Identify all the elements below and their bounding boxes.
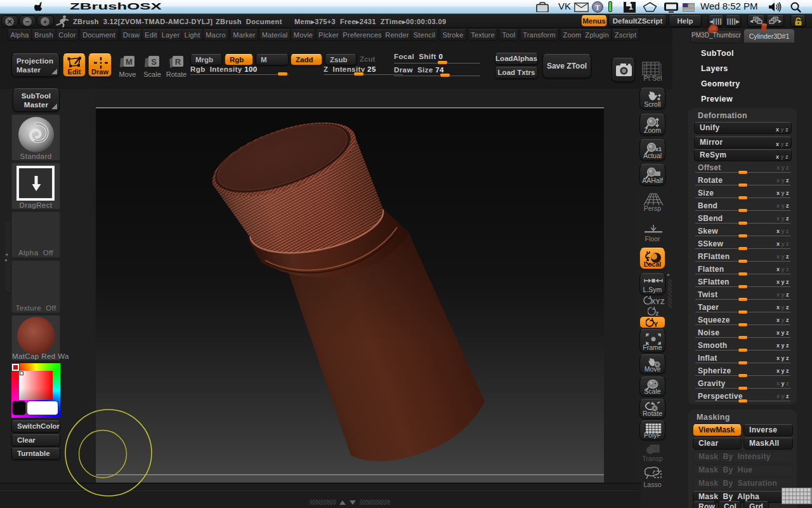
svg-text:R: R — [175, 57, 181, 67]
svg-text:Y: Y — [653, 321, 658, 328]
svg-text:XYZ: XYZ — [651, 298, 665, 305]
svg-text:S: S — [151, 57, 157, 67]
svg-text:M: M — [126, 57, 133, 67]
